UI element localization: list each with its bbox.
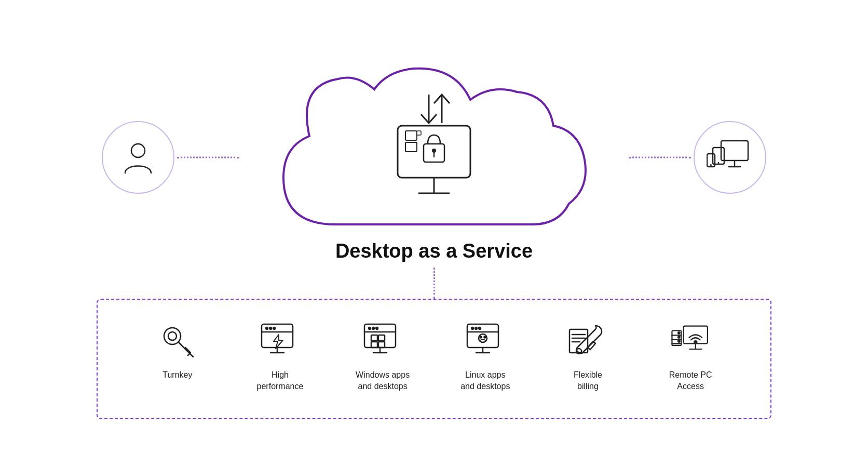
svg-rect-37 (371, 335, 377, 341)
svg-rect-40 (378, 342, 385, 348)
svg-point-46 (479, 327, 481, 329)
svg-rect-39 (371, 342, 377, 348)
svg-point-49 (480, 337, 481, 338)
svg-rect-12 (721, 141, 748, 161)
flexible-billing-label: Flexiblebilling (574, 369, 602, 393)
svg-point-50 (484, 337, 485, 338)
turnkey-label: Turnkey (162, 369, 192, 381)
svg-point-44 (471, 327, 473, 329)
svg-point-67 (678, 336, 680, 338)
svg-rect-7 (405, 131, 417, 140)
svg-rect-9 (417, 131, 421, 135)
main-container: Desktop as a Service (71, 48, 797, 420)
svg-point-26 (266, 327, 268, 329)
svg-line-23 (188, 353, 191, 355)
svg-point-0 (131, 144, 145, 157)
svg-rect-38 (378, 335, 385, 341)
remote-pc-icon (670, 321, 711, 362)
svg-point-5 (432, 149, 436, 153)
user-icon (120, 139, 156, 176)
feature-high-performance: Highperformance (238, 321, 321, 393)
cloud-svg (252, 63, 616, 250)
svg-line-21 (179, 342, 193, 357)
high-performance-label: Highperformance (257, 369, 304, 393)
windows-apps-icon (362, 321, 403, 362)
linux-apps-label: Linux appsand desktops (460, 369, 510, 393)
dotted-line-left (177, 157, 239, 158)
svg-point-33 (369, 327, 371, 329)
devices-icon (707, 138, 753, 177)
vertical-dotted-line (433, 268, 435, 299)
svg-point-61 (694, 341, 697, 343)
dotted-line-right (629, 157, 691, 158)
remote-pc-label: Remote PCAccess (669, 369, 712, 393)
feature-windows-apps: Windows appsand desktops (341, 321, 424, 393)
devices-circle (694, 121, 766, 194)
features-box: Turnkey (97, 299, 771, 420)
svg-point-34 (372, 327, 374, 329)
svg-point-27 (269, 327, 272, 329)
linux-apps-icon (465, 321, 506, 362)
svg-point-35 (376, 327, 378, 329)
svg-rect-8 (405, 142, 417, 152)
svg-point-68 (678, 340, 680, 342)
turnkey-icon (157, 321, 198, 362)
feature-flexible-billing: Flexiblebilling (546, 321, 629, 393)
svg-point-45 (475, 327, 477, 329)
cloud-title: Desktop as a Service (335, 240, 533, 262)
feature-linux-apps: Linux appsand desktops (444, 321, 527, 393)
cloud-wrapper: Desktop as a Service (252, 63, 616, 262)
svg-point-20 (168, 332, 177, 340)
feature-remote-pc: Remote PCAccess (649, 321, 732, 393)
svg-point-66 (678, 332, 680, 334)
windows-apps-label: Windows appsand desktops (356, 369, 410, 393)
flexible-billing-icon (567, 321, 608, 362)
svg-point-28 (273, 327, 275, 329)
user-circle (102, 121, 174, 194)
top-section: Desktop as a Service (71, 48, 797, 268)
high-performance-icon (259, 321, 301, 362)
feature-turnkey: Turnkey (136, 321, 219, 381)
